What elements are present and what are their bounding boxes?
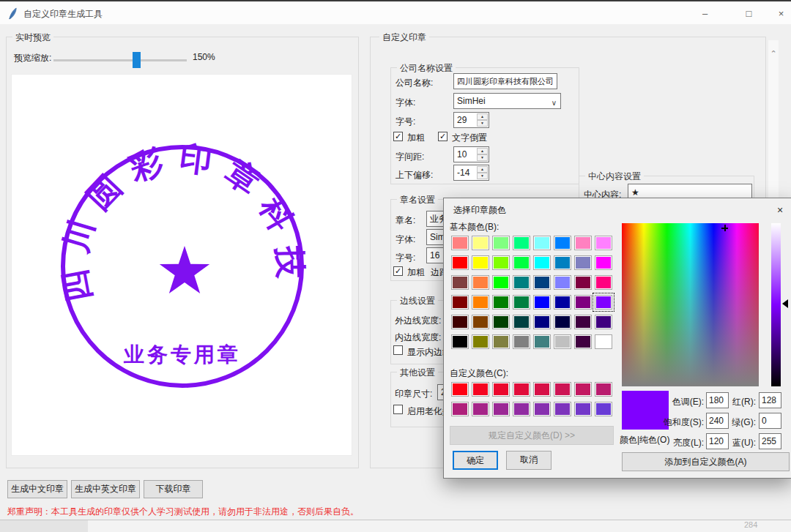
basic-color-swatch[interactable]	[472, 255, 489, 270]
spin-up-icon[interactable]: ▲	[477, 113, 488, 120]
seal-bold-checkbox[interactable]	[393, 266, 403, 276]
basic-color-swatch[interactable]	[472, 295, 489, 310]
color-field-marker[interactable]	[721, 225, 728, 231]
cancel-button[interactable]: 取消	[506, 451, 552, 470]
basic-color-swatch[interactable]	[595, 236, 612, 250]
basic-color-swatch[interactable]	[513, 295, 530, 310]
blue-input[interactable]: 255	[759, 433, 781, 449]
custom-color-swatch[interactable]	[595, 382, 612, 397]
basic-color-swatch[interactable]	[554, 255, 571, 270]
company-font-select[interactable]: SimHei∨	[453, 93, 561, 109]
custom-color-swatch[interactable]	[472, 382, 489, 397]
basic-color-swatch[interactable]	[492, 236, 510, 250]
hue-saturation-field[interactable]	[622, 223, 759, 386]
company-invert-checkbox[interactable]	[438, 132, 448, 141]
custom-color-swatch[interactable]	[492, 402, 510, 416]
basic-color-swatch[interactable]	[513, 236, 530, 250]
ok-button[interactable]: 确定	[453, 451, 498, 470]
basic-color-swatch[interactable]	[574, 236, 592, 250]
basic-color-swatch[interactable]	[574, 275, 592, 290]
basic-color-swatch[interactable]	[595, 334, 612, 349]
spin-down-icon[interactable]: ▼	[477, 154, 488, 161]
spin-up-icon[interactable]: ▲	[477, 166, 488, 173]
preview-zoom-slider-thumb[interactable]	[133, 52, 141, 68]
generate-cn-en-seal-button[interactable]: 生成中英文印章	[71, 480, 140, 498]
close-button[interactable]: ×	[765, 3, 791, 24]
add-to-custom-colors-button[interactable]: 添加到自定义颜色(A)	[622, 452, 790, 471]
basic-color-swatch[interactable]	[451, 315, 469, 329]
show-inner-line-checkbox[interactable]	[393, 345, 403, 355]
basic-color-swatch[interactable]	[472, 275, 489, 290]
basic-color-swatch[interactable]	[574, 255, 592, 270]
aging-effect-checkbox[interactable]	[393, 405, 403, 414]
basic-color-swatch[interactable]	[492, 315, 510, 329]
green-input[interactable]: 0	[759, 413, 781, 429]
company-bold-checkbox[interactable]	[393, 132, 403, 141]
basic-color-swatch[interactable]	[472, 334, 489, 349]
scroll-up-icon[interactable]: ⌃	[770, 50, 777, 57]
basic-color-swatch[interactable]	[533, 334, 551, 349]
luminance-slider-arrow[interactable]	[782, 299, 788, 308]
company-spacing-spinner[interactable]: 10▲▼	[453, 146, 489, 162]
basic-color-swatch[interactable]	[554, 236, 571, 250]
basic-color-swatch[interactable]	[472, 236, 489, 250]
preview-zoom-slider-track[interactable]	[53, 59, 187, 61]
basic-color-swatch[interactable]	[492, 275, 510, 290]
basic-color-swatch[interactable]	[533, 275, 551, 290]
basic-color-swatch[interactable]	[472, 315, 489, 329]
maximize-button[interactable]: □	[732, 3, 765, 24]
custom-color-swatch[interactable]	[451, 382, 469, 397]
basic-color-swatch[interactable]	[554, 275, 571, 290]
custom-color-swatch[interactable]	[554, 382, 571, 397]
red-input[interactable]: 128	[759, 392, 781, 408]
basic-color-swatch[interactable]	[513, 255, 530, 270]
minimize-button[interactable]: –	[688, 3, 721, 24]
basic-color-swatch[interactable]	[595, 255, 612, 270]
basic-color-swatch[interactable]	[513, 275, 530, 290]
dialog-close-icon[interactable]: ×	[769, 201, 791, 219]
basic-color-swatch[interactable]	[574, 315, 592, 329]
luminance-bar[interactable]	[771, 223, 781, 386]
basic-color-swatch[interactable]	[554, 315, 571, 329]
spin-up-icon[interactable]: ▲	[477, 148, 488, 154]
basic-color-swatch[interactable]	[513, 334, 530, 349]
basic-color-swatch[interactable]	[513, 315, 530, 329]
custom-color-swatch[interactable]	[595, 402, 612, 416]
basic-color-swatch[interactable]	[451, 236, 469, 250]
custom-color-swatch[interactable]	[533, 402, 551, 416]
basic-color-swatch[interactable]	[451, 334, 469, 349]
custom-color-swatch[interactable]	[492, 382, 510, 397]
spin-down-icon[interactable]: ▼	[477, 120, 488, 127]
basic-color-swatch[interactable]	[574, 295, 592, 310]
basic-color-swatch[interactable]	[595, 275, 612, 290]
basic-color-swatch[interactable]	[533, 236, 551, 250]
custom-color-swatch[interactable]	[574, 382, 592, 397]
custom-color-swatch[interactable]	[451, 402, 469, 416]
custom-color-swatch[interactable]	[533, 382, 551, 397]
basic-color-swatch[interactable]	[554, 295, 571, 310]
basic-color-swatch[interactable]	[574, 334, 592, 349]
custom-color-swatch[interactable]	[574, 402, 592, 416]
custom-color-swatch[interactable]	[472, 402, 489, 416]
basic-color-swatch[interactable]	[451, 295, 469, 310]
basic-color-swatch[interactable]	[492, 295, 510, 310]
basic-color-swatch[interactable]	[554, 334, 571, 349]
basic-color-swatch[interactable]	[595, 315, 612, 329]
basic-color-swatch[interactable]	[533, 315, 551, 329]
generate-chinese-seal-button[interactable]: 生成中文印章	[7, 480, 67, 498]
custom-color-swatch[interactable]	[554, 402, 571, 416]
basic-color-swatch[interactable]	[533, 255, 551, 270]
company-offset-spinner[interactable]: -14▲▼	[453, 165, 489, 181]
basic-color-swatch[interactable]	[595, 295, 612, 310]
custom-color-swatch[interactable]	[513, 402, 530, 416]
company-name-input[interactable]: 四川圆彩印章科技有限公司	[453, 73, 557, 89]
spin-down-icon[interactable]: ▼	[477, 173, 488, 179]
basic-color-swatch[interactable]	[451, 255, 469, 270]
download-seal-button[interactable]: 下载印章	[144, 480, 203, 498]
basic-color-swatch[interactable]	[492, 334, 510, 349]
custom-color-swatch[interactable]	[513, 382, 530, 397]
basic-color-swatch[interactable]	[533, 295, 551, 310]
basic-color-swatch[interactable]	[451, 275, 469, 290]
basic-color-swatch[interactable]	[492, 255, 510, 270]
company-size-spinner[interactable]: 29▲▼	[453, 112, 489, 128]
